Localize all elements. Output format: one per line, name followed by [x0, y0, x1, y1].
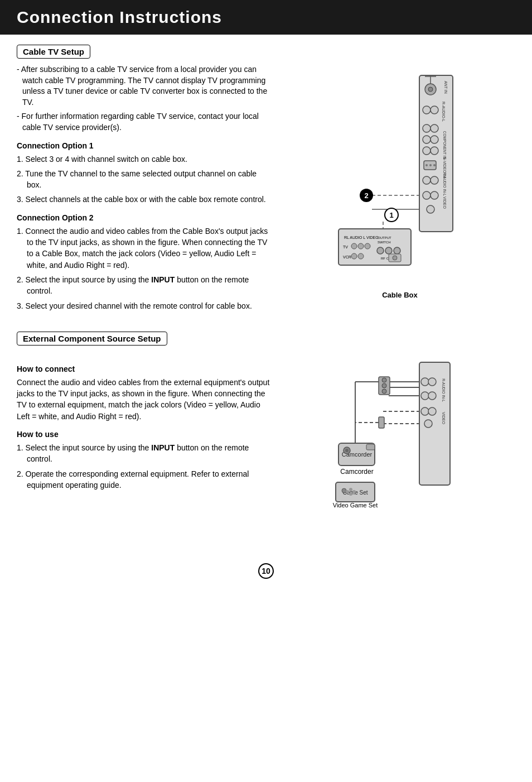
how-to-connect-title: How to connect [17, 364, 273, 373]
svg-point-79 [345, 449, 349, 452]
cable-tv-diagram: ANT IN R-AUDIO-L COMPONENT IN [284, 64, 515, 315]
cable-tv-svg: ANT IN R-AUDIO-L COMPONENT IN [333, 64, 467, 287]
svg-text:TV: TV [343, 245, 348, 249]
svg-text:COMPONENT IN: COMPONENT IN [443, 131, 447, 160]
svg-point-69 [382, 383, 386, 388]
svg-text:SWITCH: SWITCH [378, 241, 391, 244]
svg-text:R-AUDIO-L: R-AUDIO-L [442, 102, 446, 122]
svg-point-54 [421, 378, 429, 386]
option1-list: 1. Select 3 or 4 with channel switch on … [17, 153, 273, 205]
svg-point-26 [431, 191, 438, 199]
ext-diagram: R-AUDIO IN-L VIDEO [284, 357, 515, 535]
svg-text:2: 2 [364, 191, 368, 200]
option1-title: Connection Option 1 [17, 141, 273, 150]
svg-point-20 [433, 164, 436, 166]
how-to-use-list: 1. Select the input source by using the … [17, 442, 273, 491]
svg-point-23 [431, 176, 438, 184]
svg-point-87 [346, 490, 349, 493]
svg-point-48 [393, 256, 397, 260]
how-to-use-step-1: 1. Select the input source by using the … [17, 442, 273, 465]
svg-point-3 [428, 87, 433, 92]
svg-point-45 [394, 247, 400, 254]
svg-point-18 [425, 164, 428, 166]
svg-point-85 [349, 488, 352, 491]
camcorder-label: Camcorder [340, 468, 373, 476]
svg-point-10 [423, 124, 431, 132]
svg-point-12 [423, 136, 431, 143]
svg-text:VCR: VCR [343, 255, 351, 259]
ext-text: How to connect Connect the audio and vid… [17, 357, 273, 535]
option2-step-2: 2. Select the input source by using the … [17, 274, 273, 297]
svg-text:R-AUDIO IN-L: R-AUDIO IN-L [442, 378, 446, 402]
svg-rect-73 [379, 417, 384, 428]
svg-point-59 [428, 392, 436, 400]
svg-point-39 [351, 253, 357, 259]
svg-point-44 [385, 247, 392, 254]
page-header: Connection Instructions [0, 0, 532, 35]
option1-step-1: 1. Select 3 or 4 with channel switch on … [17, 153, 273, 165]
cable-tv-text: - After subscribing to a cable TV servic… [17, 64, 273, 315]
cable-tv-label: Cable TV Setup [17, 45, 90, 59]
option2-step-3: 3. Select your desired channel with the … [17, 300, 273, 311]
option2-step-1: 1. Connect the audio and video cables fr… [17, 226, 273, 271]
page-number-container: 10 [0, 552, 532, 584]
svg-point-43 [377, 247, 384, 254]
how-to-use-step-2: 2. Operate the corresponding external eq… [17, 468, 273, 491]
cable-box-label: Cable Box [382, 291, 418, 299]
cable-tv-bullet-2: - For further information regarding cabl… [17, 111, 273, 133]
option2-list: 1. Connect the audio and video cables fr… [17, 226, 273, 311]
svg-point-14 [423, 147, 431, 155]
ext-section-label: External Component Source Setup [17, 332, 167, 346]
svg-point-55 [428, 378, 436, 386]
how-to-connect-text: Connect the audio and video cables from … [17, 377, 273, 422]
option1-step-3: 3. Select channels at the cable box or w… [17, 194, 273, 205]
svg-text:Video Game Set: Video Game Set [333, 502, 378, 508]
svg-point-58 [421, 392, 429, 400]
svg-text:ANT IN: ANT IN [444, 81, 448, 94]
page-title: Connection Instructions [17, 8, 515, 27]
svg-point-62 [421, 407, 429, 415]
svg-text:OUTPUT: OUTPUT [378, 236, 391, 239]
ext-svg: R-AUDIO IN-L VIDEO [333, 357, 467, 535]
option2-title: Connection Option 2 [17, 213, 273, 222]
svg-point-86 [349, 492, 352, 496]
svg-point-25 [423, 191, 431, 199]
option1-step-2: 2. Tune the TV channel to the same selec… [17, 168, 273, 191]
svg-point-15 [431, 147, 438, 155]
svg-point-13 [431, 136, 438, 143]
svg-text:VIDEO: VIDEO [442, 412, 446, 424]
svg-point-19 [429, 164, 432, 166]
ext-section: External Component Source Setup How to c… [17, 332, 515, 535]
svg-point-84 [342, 488, 346, 493]
svg-text:VIDEO: VIDEO [443, 196, 447, 209]
svg-point-63 [428, 407, 436, 415]
page-number: 10 [258, 563, 274, 579]
svg-text:R-AUDIO IN-L: R-AUDIO IN-L [443, 172, 447, 196]
svg-point-8 [431, 106, 438, 114]
svg-point-35 [351, 243, 357, 249]
svg-text:RL AUDIO L  VIDEO: RL AUDIO L VIDEO [344, 236, 379, 239]
svg-point-88 [352, 490, 356, 493]
svg-text:1: 1 [389, 211, 393, 219]
cable-tv-bullet-1: - After subscribing to a cable TV servic… [17, 64, 273, 108]
svg-rect-80 [366, 444, 375, 450]
svg-point-68 [382, 378, 386, 382]
svg-point-27 [427, 205, 434, 213]
how-to-use-title: How to use [17, 430, 273, 439]
cable-tv-section: Cable TV Setup - After subscribing to a … [17, 45, 515, 315]
svg-point-36 [358, 243, 364, 249]
svg-point-7 [423, 106, 431, 114]
svg-point-22 [423, 176, 431, 184]
svg-point-40 [358, 253, 364, 259]
svg-point-70 [382, 389, 386, 394]
svg-point-37 [365, 243, 370, 249]
svg-point-11 [431, 124, 438, 132]
svg-point-65 [424, 420, 432, 428]
